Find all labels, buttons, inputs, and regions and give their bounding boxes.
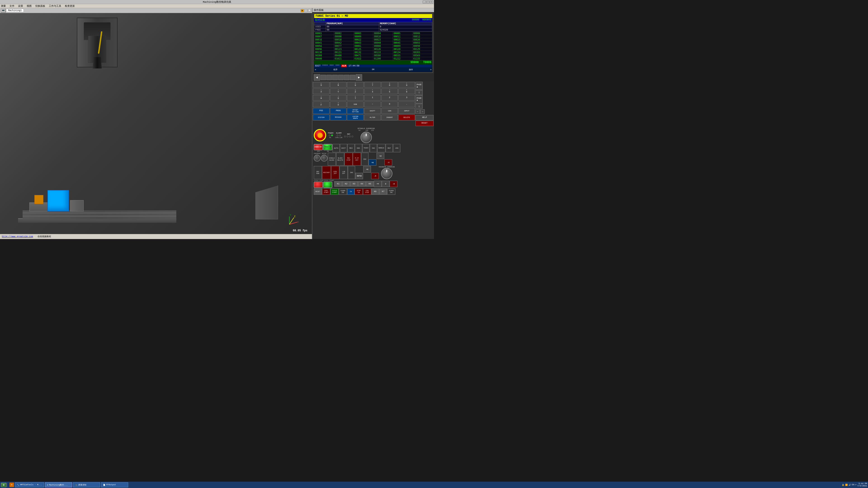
key-SHIFT[interactable]: SHIFT — [364, 108, 381, 114]
viewport-tab[interactable]: 📷 — [1, 8, 6, 13]
key-T[interactable]: kT — [347, 95, 364, 101]
key-OFFSET[interactable]: OFFSETSETTING — [347, 108, 364, 114]
drive-dial[interactable] — [321, 155, 328, 162]
arrow-up[interactable]: ↑ — [415, 90, 423, 95]
k7-button[interactable]: K7 — [379, 188, 387, 195]
key-RESET[interactable]: RESET — [415, 121, 434, 126]
lub-off-btn[interactable]: LUBOFF — [340, 166, 348, 179]
key-HELP[interactable]: HELP — [415, 115, 434, 121]
key-6[interactable]: K6 — [398, 88, 415, 94]
menu-file[interactable]: 文件 — [9, 4, 14, 8]
menu-view[interactable]: 视图 — [27, 4, 32, 8]
spindle-override-knob[interactable] — [361, 132, 372, 143]
key-PROG[interactable]: PROG — [330, 108, 347, 114]
menu-settings[interactable]: 设置 — [18, 4, 23, 8]
cycle-stop-button[interactable] — [314, 182, 323, 188]
key-0[interactable]: 0 — [381, 101, 398, 107]
axis-rapid[interactable]: RAPID — [355, 173, 363, 180]
mode-auto[interactable]: AUTO — [333, 144, 340, 152]
transport-stop5[interactable] — [344, 75, 349, 80]
k6-button[interactable]: K6 — [371, 188, 379, 195]
axis-z[interactable]: Z — [382, 181, 390, 187]
estop-button[interactable] — [314, 129, 326, 141]
key-minus[interactable]: − — [364, 101, 381, 107]
arrow-right[interactable]: → — [420, 109, 425, 114]
menu-switch-panel[interactable]: 切换面板 — [35, 4, 45, 8]
axis-minus-y[interactable]: -Y — [384, 159, 392, 166]
mode-inc[interactable]: INC — [370, 144, 377, 152]
key-4[interactable]: I4 — [364, 88, 381, 94]
k4-button[interactable]: K4 — [358, 181, 366, 187]
cycle-start-btn2[interactable]: CYCLESTART — [331, 188, 339, 195]
key-N[interactable]: gN — [330, 82, 347, 88]
dry-run-btn[interactable]: DRYRUN — [314, 166, 322, 179]
dropdown-arrow[interactable]: ▼ — [308, 9, 311, 12]
mode-mdi[interactable]: MDI — [347, 144, 355, 152]
program-dial[interactable] — [314, 155, 320, 162]
key-G[interactable]: RG — [347, 82, 364, 88]
mode-dnc[interactable]: DNC — [355, 144, 362, 152]
transport-stop2[interactable] — [327, 75, 332, 80]
key-EOB[interactable]: EOB — [347, 101, 364, 107]
axis-minus-a[interactable]: -A — [390, 181, 397, 187]
menu-workpiece-tool[interactable]: 工件与工具 — [49, 4, 61, 8]
stop-cw-btn[interactable]: STOPCW — [355, 188, 363, 195]
mode-teach[interactable]: TEACH — [362, 144, 370, 152]
key-M[interactable]: iM — [313, 95, 330, 101]
key-8[interactable]: B8 — [381, 82, 398, 88]
key-3[interactable]: 3 — [398, 95, 415, 101]
key-2[interactable]: 2 — [381, 95, 398, 101]
mode-handle[interactable]: HANDLE — [377, 144, 385, 152]
minimize-button[interactable]: _ — [423, 1, 426, 3]
arrow-left[interactable]: ← — [415, 109, 420, 114]
key-CAN[interactable]: CAN — [381, 108, 398, 114]
page-down[interactable]: PAGE▼ — [415, 95, 423, 103]
key-Y[interactable]: vY — [330, 88, 347, 94]
maximize-button[interactable]: □ — [426, 1, 430, 3]
transport-next[interactable]: ► — [356, 74, 362, 80]
block-delete-btn[interactable]: BLOCKDELETE — [336, 153, 344, 166]
axis-plus-a[interactable]: +A — [369, 159, 376, 166]
k3-button[interactable]: K3 — [350, 181, 358, 187]
transport-stop1[interactable] — [320, 75, 326, 80]
feedrate-override-knob[interactable] — [381, 168, 393, 179]
transport-prev[interactable]: ◄ — [314, 74, 320, 80]
reset-btn[interactable]: RESET — [314, 188, 322, 195]
key-7[interactable]: A7 — [364, 82, 381, 88]
k2-button[interactable]: K2 — [342, 181, 350, 187]
mode-ref[interactable]: REF — [385, 144, 393, 152]
key-SYSTEM[interactable]: SYSTEM — [313, 115, 330, 121]
view-button[interactable] — [304, 9, 307, 12]
inc-btn2[interactable]: INC — [348, 166, 355, 179]
machining-tab[interactable]: Machining1 — [6, 9, 24, 12]
mst-rst-btn[interactable]: M-STRST — [353, 153, 361, 166]
key-POS[interactable]: POS — [313, 108, 330, 114]
key-INSERT[interactable]: INSERT — [381, 115, 398, 121]
key-F[interactable]: LF — [313, 101, 330, 107]
transport-stop3[interactable] — [332, 75, 338, 80]
single-block-btn[interactable]: SINGLEBLOCK — [328, 153, 336, 166]
axis-plus-y[interactable]: +Y — [374, 181, 381, 187]
arrow-down[interactable]: ↓ — [415, 104, 423, 109]
axis-plus-z[interactable]: +Z — [377, 153, 384, 159]
key-X[interactable]: uX — [313, 88, 330, 94]
axis-plus-x[interactable]: +X — [363, 166, 371, 173]
scene-viewport[interactable]: 60.05 fps Y X Z — [0, 13, 312, 234]
k5-button[interactable]: K5 — [366, 181, 374, 187]
menu-measure[interactable]: 测量 — [1, 4, 6, 8]
axis-minus-x[interactable]: -X — [371, 173, 379, 180]
key-CUSTOM[interactable]: CUSTOMGRAPH — [347, 115, 364, 121]
key-dot[interactable]: . — [398, 101, 415, 107]
k1-button[interactable]: K1 — [334, 181, 342, 187]
power-off-button[interactable]: POWER OFF — [314, 144, 323, 150]
menu-check-update[interactable]: 检查更新 — [65, 4, 75, 8]
ccw-stop-btn[interactable]: CCWSTOP — [363, 188, 371, 195]
mode-edit[interactable]: EDIT — [340, 144, 347, 152]
cool-off-btn[interactable]: COOLOFF — [331, 166, 339, 179]
x1000-inc-btn2[interactable]: X1000INC — [387, 188, 395, 195]
key-H[interactable]: DH — [330, 101, 347, 107]
key-DELETE[interactable]: DELETE — [398, 115, 415, 121]
page-up[interactable]: PAGE▲ — [415, 82, 423, 90]
key-S[interactable]: jS — [330, 95, 347, 101]
restart-btn[interactable]: RESTART — [322, 166, 331, 179]
